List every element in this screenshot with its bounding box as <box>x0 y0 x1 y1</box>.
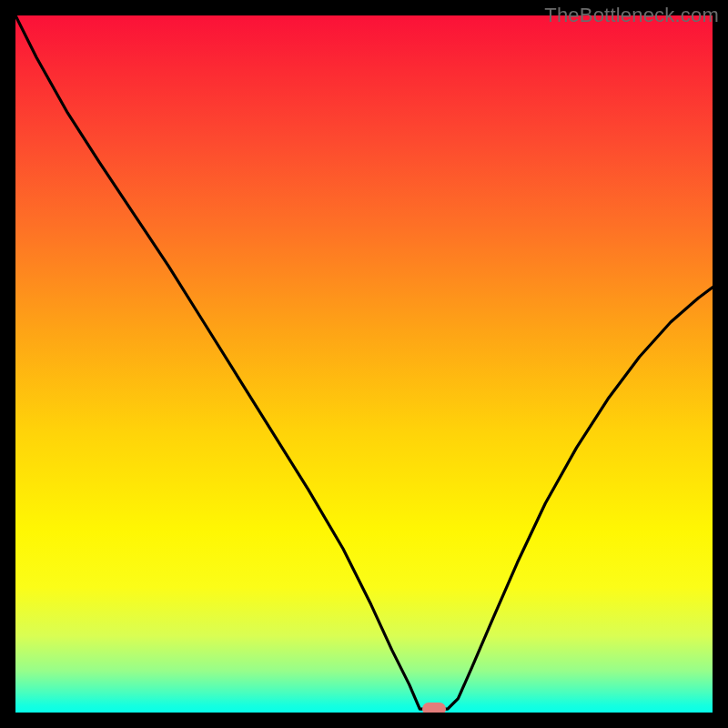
optimum-marker <box>422 703 446 713</box>
chart-frame: TheBottleneck.com <box>0 0 728 728</box>
watermark-text: TheBottleneck.com <box>544 4 719 27</box>
plot-area <box>15 15 713 713</box>
bottleneck-curve <box>15 15 713 713</box>
